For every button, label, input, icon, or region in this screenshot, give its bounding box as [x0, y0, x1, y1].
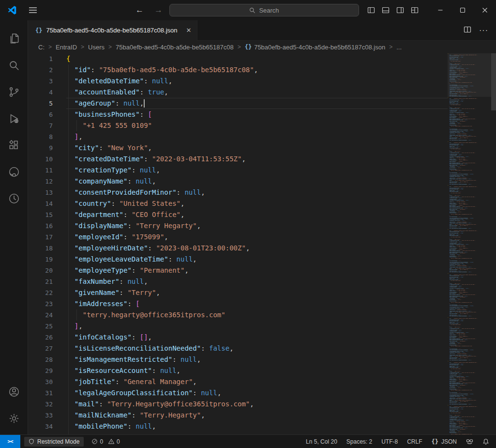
line-number[interactable]: 27	[29, 343, 66, 354]
code-line-text[interactable]: "mobilePhone": null,	[66, 421, 156, 432]
minimap-slider[interactable]	[448, 53, 491, 97]
code-line-text[interactable]: "country": "United States",	[66, 198, 184, 209]
code-line[interactable]: 20 "employeeType": "Permanent",	[29, 265, 448, 276]
code-line-text[interactable]: "isLicenseReconciliationNeeded": false,	[66, 343, 234, 354]
line-number[interactable]: 20	[29, 265, 66, 276]
copilot-icon[interactable]	[466, 438, 473, 445]
line-number[interactable]: 4	[29, 87, 66, 98]
extensions-icon[interactable]	[2, 132, 26, 158]
code-line-text[interactable]: ],	[66, 321, 83, 332]
tab-json-file[interactable]: {} 75ba0efb-aed5-4c0b-a5de-be5b65187c08.…	[29, 20, 197, 40]
vertical-scrollbar[interactable]	[491, 53, 496, 434]
code-line-text[interactable]: "isResourceAccount": null,	[66, 365, 180, 376]
line-number[interactable]: 12	[29, 176, 66, 187]
line-number[interactable]: 2	[29, 64, 66, 76]
customize-layout-icon[interactable]	[411, 6, 419, 14]
editor[interactable]: 1{2 "id": "75ba0efb-aed5-4c0b-a5de-be5b6…	[29, 53, 496, 434]
code-line[interactable]: 3 "deletedDateTime": null,	[29, 76, 448, 87]
code-line-text[interactable]: "creationType": null,	[66, 165, 160, 176]
code-line-text[interactable]: "employeeType": "Permanent",	[66, 265, 189, 276]
code-line-text[interactable]: "city": "New York",	[66, 142, 152, 154]
line-number[interactable]: 23	[29, 298, 66, 309]
code-line[interactable]: 28 "isManagementRestricted": null,	[29, 354, 448, 365]
code-line[interactable]: 2 "id": "75ba0efb-aed5-4c0b-a5de-be5b651…	[29, 64, 448, 76]
code-line-text[interactable]: "mail": "Terry.Hegarty@office365itpros.c…	[66, 399, 254, 410]
code-line-text[interactable]: {	[66, 53, 70, 64]
code-line[interactable]: 4 "accountEnabled": true,	[29, 87, 448, 98]
line-number[interactable]: 17	[29, 232, 66, 243]
code-line[interactable]: 22 "givenName": "Terry",	[29, 287, 448, 298]
toggle-primary-sidebar-icon[interactable]	[367, 6, 375, 14]
source-control-icon[interactable]	[2, 78, 26, 105]
code-line[interactable]: 15 "department": "CEO Office",	[29, 209, 448, 220]
run-debug-icon[interactable]	[2, 105, 26, 132]
notifications-bell-icon[interactable]	[482, 438, 489, 445]
code-line-text[interactable]: "employeeLeaveDateTime": null,	[66, 254, 197, 265]
code-line[interactable]: 6 "businessPhones": [	[29, 109, 448, 120]
cursor-position-button[interactable]: Ln 5, Col 20	[306, 438, 337, 445]
code-line[interactable]: 27 "isLicenseReconciliationNeeded": fals…	[29, 343, 448, 354]
code-line[interactable]: 18 "employeeHireDate": "2023-08-01T23:00…	[29, 243, 448, 254]
line-number[interactable]: 21	[29, 276, 66, 287]
code-line-text[interactable]: "givenName": "Terry",	[66, 287, 160, 298]
code-line-text[interactable]: "employeeHireDate": "2023-08-01T23:00:00…	[66, 243, 250, 254]
toggle-panel-icon[interactable]	[382, 6, 390, 14]
code-line-text[interactable]: "id": "75ba0efb-aed5-4c0b-a5de-be5b65187…	[66, 64, 258, 76]
code-line[interactable]: 5 "ageGroup": null,	[29, 98, 448, 109]
code-line[interactable]: 7 "+1 425 555 0109"	[29, 120, 448, 131]
code-line[interactable]: 8 ],	[29, 131, 448, 142]
line-number[interactable]: 7	[29, 120, 66, 131]
code-line-text[interactable]: "companyName": null,	[66, 176, 156, 187]
code-line[interactable]: 24 "terry.hegarty@office365itpros.com"	[29, 309, 448, 321]
code-line-text[interactable]: "createdDateTime": "2022-03-04T11:53:55Z…	[66, 154, 246, 165]
encoding-button[interactable]: UTF-8	[381, 438, 398, 445]
code-line[interactable]: 17 "employeeId": "175099",	[29, 232, 448, 243]
line-number[interactable]: 31	[29, 387, 66, 399]
code-line-text[interactable]: "legalAgeGroupClassification": null,	[66, 387, 221, 399]
problems-button[interactable]: 0 0	[91, 438, 122, 445]
code-line[interactable]: 31 "legalAgeGroupClassification": null,	[29, 387, 448, 399]
code-line-text[interactable]: "jobTitle": "General Manager",	[66, 376, 197, 387]
line-number[interactable]: 29	[29, 365, 66, 376]
code-line[interactable]: 29 "isResourceAccount": null,	[29, 365, 448, 376]
line-number[interactable]: 26	[29, 332, 66, 343]
code-line-text[interactable]: ],	[66, 131, 83, 142]
line-number[interactable]: 28	[29, 354, 66, 365]
breadcrumb-item[interactable]: ...	[396, 44, 402, 51]
line-number[interactable]: 25	[29, 321, 66, 332]
line-number[interactable]: 19	[29, 254, 66, 265]
language-mode-button[interactable]: {} JSON	[432, 438, 457, 445]
breadcrumb-item[interactable]: Users	[88, 44, 105, 51]
settings-gear-icon[interactable]	[2, 405, 26, 432]
code-line-text[interactable]: "department": "CEO Office",	[66, 209, 184, 220]
code-line-text[interactable]: "terry.hegarty@office365itpros.com"	[66, 309, 225, 321]
line-number[interactable]: 15	[29, 209, 66, 220]
split-editor-icon[interactable]	[464, 26, 471, 35]
line-number[interactable]: 10	[29, 154, 66, 165]
code-line[interactable]: 25 ],	[29, 321, 448, 332]
explorer-icon[interactable]	[2, 25, 26, 52]
code-line[interactable]: 23 "imAddresses": [	[29, 298, 448, 309]
code-line[interactable]: 30 "jobTitle": "General Manager",	[29, 376, 448, 387]
navigate-back-icon[interactable]: ←	[135, 5, 144, 15]
toggle-secondary-sidebar-icon[interactable]	[396, 6, 404, 14]
code-line[interactable]: 34 "mobilePhone": null,	[29, 421, 448, 432]
code-line[interactable]: 21 "faxNumber": null,	[29, 276, 448, 287]
accounts-icon[interactable]	[2, 378, 26, 405]
line-number[interactable]: 24	[29, 309, 66, 321]
minimize-button[interactable]	[429, 0, 451, 20]
code-line[interactable]: 26 "infoCatalogs": [],	[29, 332, 448, 343]
timeline-history-icon[interactable]	[2, 185, 26, 212]
code-line-text[interactable]: "employeeId": "175099",	[66, 232, 168, 243]
line-number[interactable]: 34	[29, 421, 66, 432]
code-line[interactable]: 33 "mailNickname": "Terry.Hegarty",	[29, 410, 448, 421]
remote-indicator-button[interactable]: ><	[0, 435, 20, 448]
code-line-text[interactable]: "consentProvidedForMinor": null,	[66, 187, 205, 198]
code-line-text[interactable]: "faxNumber": null,	[66, 276, 148, 287]
line-number[interactable]: 3	[29, 76, 66, 87]
code-line-text[interactable]: "isManagementRestricted": null,	[66, 354, 201, 365]
code-line-text[interactable]: "displayName": "Terry Hegarty",	[66, 220, 201, 232]
breadcrumb-item[interactable]: {}75ba0efb-aed5-4c0b-a5de-be5b65187c08.j…	[245, 44, 386, 51]
menu-hamburger-icon[interactable]	[28, 5, 38, 15]
minimap[interactable]: { "id": "75ba0efb-aed5-4c0b-a5de-be5b651…	[448, 53, 491, 434]
